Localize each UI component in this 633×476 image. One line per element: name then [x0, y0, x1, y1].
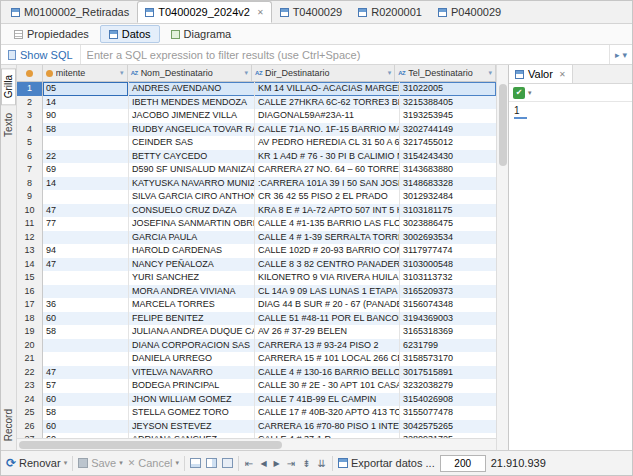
grid-cell[interactable]: KATYUSKA NAVARRO MUNIZ: [129, 177, 255, 191]
row-number[interactable]: 19: [17, 325, 43, 339]
grid-cell[interactable]: KILONETRO 9 VIA RIVERA HUILA ANT: [255, 271, 400, 285]
cancel-button[interactable]: ✕ Cancel ▾: [128, 457, 179, 469]
grid-cell[interactable]: KRA 8 E # 1A-72 APTO 507 INT 5 HUE: [255, 204, 400, 218]
grid-cell[interactable]: 3156074348: [400, 298, 496, 312]
grid-cell[interactable]: JOSEFINA SANMARTIN OBRIAN: [129, 217, 255, 231]
grid-cell[interactable]: CONSUELO CRUZ DAZA: [129, 204, 255, 218]
grid-cell[interactable]: 22: [43, 150, 129, 164]
grid-cell[interactable]: NANCY PEÑALOZA: [129, 258, 255, 272]
grid-cell[interactable]: CALLE 4 #1-135 BARRIO LAS FLORES: [255, 217, 400, 231]
grid-cell[interactable]: 3154243430: [400, 150, 496, 164]
grid-cell[interactable]: [43, 136, 129, 150]
show-sql-button[interactable]: Show SQL: [1, 45, 81, 64]
grid-cell[interactable]: DIAGONAL59A#23A-11: [255, 109, 400, 123]
row-number[interactable]: 3: [17, 109, 43, 123]
grid-cell[interactable]: CL 14A 9 09 LAS LUNAS 1 ETAPA: [255, 285, 400, 299]
grid-cell[interactable]: 3217455012: [400, 136, 496, 150]
grid-cell[interactable]: JEYSON ESTEVEZ: [129, 420, 255, 434]
grid-cell[interactable]: MARCELA TORRES: [129, 298, 255, 312]
grid-cell[interactable]: 14: [43, 177, 129, 191]
grid-cell[interactable]: JHON WILLIAM GOMEZ: [129, 393, 255, 407]
grid-cell[interactable]: CALLE 4 # 1-39 SERRALTA TORRE 3 A: [255, 231, 400, 245]
grid-cell[interactable]: 77: [43, 217, 129, 231]
grid-cell[interactable]: 31022005: [400, 82, 496, 96]
row-number[interactable]: 6: [17, 150, 43, 164]
grid-cell[interactable]: 3023886475: [400, 217, 496, 231]
apply-filter-button[interactable]: ▸: [615, 50, 620, 60]
editor-tab-T0400029[interactable]: T0400029: [272, 1, 351, 23]
grid-cell[interactable]: 60: [43, 420, 129, 434]
column-header-Tel_Destinatario[interactable]: AZTel_Destinatario▾: [395, 65, 496, 81]
grid-cell[interactable]: 3117977474: [400, 244, 496, 258]
grid-cell[interactable]: 3042575265: [400, 420, 496, 434]
grid-cell[interactable]: 94: [43, 244, 129, 258]
grid-cell[interactable]: 47: [43, 258, 129, 272]
grid-cell[interactable]: SILVA GARCIA CIRO ANTHONY: [129, 190, 255, 204]
row-number[interactable]: 23: [17, 379, 43, 393]
side-tab-grilla[interactable]: Grilla: [1, 68, 16, 105]
grid-cell[interactable]: CR 36 42 55 PISO 2 EL PRADO: [255, 190, 400, 204]
grid-cell[interactable]: 69: [43, 163, 129, 177]
grid-cell[interactable]: KM 14 VILLAO- ACACIAS MARGEN IZ: [255, 82, 400, 96]
filter-dropdown-icon[interactable]: ▾: [488, 69, 492, 77]
grid-cell[interactable]: CARRERA 15 # 101 LOCAL 266 CE: [255, 352, 400, 366]
grid-cell[interactable]: 3148683328: [400, 177, 496, 191]
row-number[interactable]: 7: [17, 163, 43, 177]
grid-cell[interactable]: 14: [43, 96, 129, 110]
row-number[interactable]: 25: [17, 406, 43, 420]
row-number[interactable]: 9: [17, 190, 43, 204]
row-number[interactable]: 13: [17, 244, 43, 258]
view-tab-diagrama[interactable]: Diagrama: [162, 25, 241, 43]
grid-cell[interactable]: 3154026908: [400, 393, 496, 407]
grid-cell[interactable]: DANIELA URREGO: [129, 352, 255, 366]
grid-cell[interactable]: CARRERA 16 #70-80 PISO 1 INTERIOR: [255, 420, 400, 434]
grid-cell[interactable]: 3194369003: [400, 312, 496, 326]
grid-cell[interactable]: CALLE 8 3 82 CENTRO PANADERIA CA: [255, 258, 400, 272]
row-number[interactable]: 16: [17, 285, 43, 299]
vertical-scrollbar-thumb[interactable]: [499, 84, 507, 166]
grid-cell[interactable]: 05: [43, 82, 129, 96]
grid-cell[interactable]: YURI SANCHEZ: [129, 271, 255, 285]
side-tab-texto[interactable]: Texto: [2, 107, 15, 143]
side-tab-record[interactable]: Record: [2, 403, 15, 447]
fetch-next-page-button[interactable]: ⇟: [301, 458, 311, 469]
grid-cell[interactable]: CARRERA 27 NO. 64 – 60 TORRE B PIS: [255, 163, 400, 177]
editor-tab-R0200001[interactable]: R0200001: [350, 1, 430, 23]
grid-cell[interactable]: CALLE 51 #48-11 POR EL BANCOLOM: [255, 312, 400, 326]
grid-cell[interactable]: [43, 352, 129, 366]
filter-history-dropdown-icon[interactable]: ▾: [622, 50, 627, 60]
row-number[interactable]: 26: [17, 420, 43, 434]
grid-cell[interactable]: AV PEDRO HEREDIA CL 31 50 A 65 SE: [255, 136, 400, 150]
grid-cell[interactable]: 36: [43, 298, 129, 312]
row-number[interactable]: 15: [17, 271, 43, 285]
view-tab-propiedades[interactable]: Propiedades: [5, 25, 98, 43]
grid-cell[interactable]: BODEGA PRINCIPAL: [129, 379, 255, 393]
value-content[interactable]: 1: [509, 102, 632, 450]
row-number[interactable]: 22: [17, 366, 43, 380]
metadata-panel-toggle-icon[interactable]: [222, 458, 233, 468]
chevron-down-icon[interactable]: ▾: [528, 89, 532, 97]
grid-cell[interactable]: CALLE 7 41B-99 EL CAMPIN: [255, 393, 400, 407]
editor-tab-P0400029[interactable]: P0400029: [430, 1, 509, 23]
horizontal-scrollbar[interactable]: [17, 438, 496, 450]
grid-cell[interactable]: 3017515891: [400, 366, 496, 380]
save-button[interactable]: Save ▾: [78, 457, 123, 469]
grid-cell[interactable]: 47: [43, 366, 129, 380]
row-number[interactable]: 4: [17, 123, 43, 137]
grid-cell[interactable]: 3103181175: [400, 204, 496, 218]
previous-row-button[interactable]: ◀: [259, 459, 267, 468]
grid-cell[interactable]: 3002693534: [400, 231, 496, 245]
value-panel-toggle-icon[interactable]: [206, 458, 217, 468]
grid-cell[interactable]: ANDRES AVENDANO: [129, 82, 255, 96]
grid-cell[interactable]: CALLE 30 # 2E - 30 APT 101 CASA DE: [255, 379, 400, 393]
grid-cell[interactable]: 3012932484: [400, 190, 496, 204]
grid-cell[interactable]: 58: [43, 123, 129, 137]
editor-tab-T0400029_2024v2[interactable]: T0400029_2024v2✕: [137, 1, 271, 23]
vertical-scrollbar[interactable]: [496, 65, 508, 450]
grid-cell[interactable]: CEINDER SAS: [129, 136, 255, 150]
last-row-button[interactable]: ⇥: [286, 458, 296, 469]
next-row-button[interactable]: ▶: [273, 459, 281, 468]
grid-cell[interactable]: [43, 339, 129, 353]
row-number[interactable]: 14: [17, 258, 43, 272]
grid-cell[interactable]: [43, 190, 129, 204]
